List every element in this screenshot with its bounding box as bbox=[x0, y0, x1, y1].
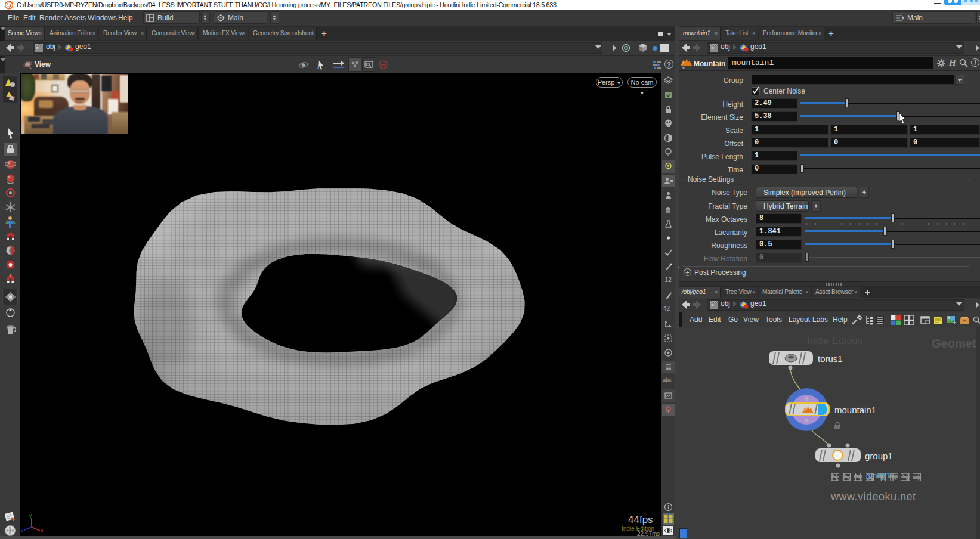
svg-text:x: x bbox=[41, 528, 44, 532]
svg-text:z: z bbox=[21, 527, 24, 532]
svg-text:ss: ss bbox=[896, 16, 900, 20]
svg-text:y: y bbox=[29, 512, 32, 518]
